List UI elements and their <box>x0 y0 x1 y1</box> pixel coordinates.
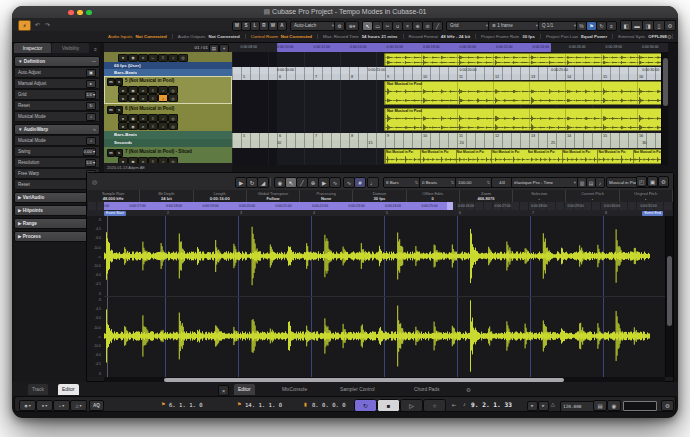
lower-zone-tab-chord-pads[interactable]: Chord Pads <box>410 384 443 395</box>
timesig-field[interactable]: 4/4 <box>491 177 513 188</box>
track-button-lanes[interactable]: ≡ <box>148 86 158 94</box>
track-button-rec-enable[interactable]: ● <box>118 114 128 122</box>
track-button-lanes[interactable]: ≡ <box>148 94 158 102</box>
track-button-monitor[interactable]: ◉ <box>128 114 138 122</box>
value-field[interactable]: 0.00 ▾ <box>83 148 96 156</box>
warp-music-icon[interactable]: ♪ <box>595 177 605 188</box>
transport-stop-button[interactable]: ■ <box>377 399 400 412</box>
letter-button-a[interactable]: A <box>277 21 287 31</box>
lower-zone-tab-mixconsole[interactable]: MixConsole <box>278 384 311 395</box>
transport-text-field[interactable] <box>623 401 657 411</box>
track-button-edit[interactable]: e <box>138 114 148 122</box>
inspector-row-reset[interactable]: Reset↻ <box>14 100 100 111</box>
project-zone-tab-editor[interactable]: Editor <box>58 384 79 395</box>
independent-window-icon[interactable]: ▣ <box>647 176 658 187</box>
track-button-lanes[interactable]: ≡ <box>148 122 158 130</box>
snap-type-select[interactable]: Grid▾ <box>446 21 492 31</box>
inspector-tab-visibility[interactable]: Visibility <box>52 43 89 53</box>
note-icon[interactable]: ♪ <box>86 137 96 145</box>
scrub-tool-icon[interactable]: ∿ <box>329 177 341 188</box>
track-control-target[interactable]: ◎ <box>178 54 188 62</box>
quantize-note-icon[interactable]: ♩ <box>367 177 379 188</box>
track-button-rec-enable[interactable]: ● <box>118 122 128 130</box>
snap-modes-icon[interactable]: + ▾ <box>53 400 70 411</box>
editor-setup-icon[interactable]: ◎ <box>90 177 99 186</box>
input-activity-icon[interactable]: ◉ ▾ <box>19 400 36 411</box>
track-button-rec-enable[interactable]: ● <box>118 94 128 102</box>
vertical-scrollbar[interactable] <box>661 52 668 165</box>
metronome-modes-icon[interactable]: △ ▾ <box>70 400 87 411</box>
pre-roll-icon[interactable]: ▸ <box>527 401 538 411</box>
auto-adjust-icon[interactable]: ▣ <box>86 69 96 77</box>
track-button-note[interactable]: ♪ <box>158 114 168 122</box>
track-control-edit[interactable]: e <box>138 54 148 62</box>
inspector-row-musical-mode[interactable]: Musical Mode♪ <box>14 111 100 122</box>
inspector-section-definition[interactable]: ▼ Definition⋯ <box>14 56 100 67</box>
manual-adjust-icon[interactable]: ▸ <box>86 80 96 88</box>
aq-button[interactable]: AQ <box>89 400 104 411</box>
draw-icon[interactable]: ╱ <box>432 21 443 31</box>
transport-play-button[interactable]: ▷ <box>400 399 423 412</box>
track-button-edit[interactable]: e <box>138 94 148 102</box>
sync-icon[interactable]: ◉ <box>607 400 621 411</box>
right-locator-flag-icon[interactable]: ⚑ <box>237 401 241 407</box>
inspector-row-resolution[interactable]: Resolution1/4 ▾ <box>14 157 100 168</box>
inspector-section-audiowarp[interactable]: ▼ AudioWarp∿ <box>14 124 100 135</box>
track-row[interactable]: ms7 (Not Musical in Pool) - Sliced●◉e≡♪◎ <box>104 147 232 164</box>
tempo-percent-field[interactable]: 100.00⇅ <box>455 177 493 188</box>
automation-gear-icon[interactable]: ⚙ <box>334 21 345 31</box>
inspector-row-swing[interactable]: Swing0.00 ▾ <box>14 146 100 157</box>
scrollbar-thumb[interactable] <box>164 378 564 382</box>
arrange-lane[interactable]: Not Musical in Pool <box>232 80 668 108</box>
editor-vertical-scrollbar[interactable] <box>665 216 673 377</box>
settings-icon[interactable]: ⚙ <box>658 176 669 187</box>
track-row[interactable]: ms5 (Not Musical in Pool)●◉e≡♪◎●◉e≡♪◎ <box>104 76 232 105</box>
track-button-target[interactable]: ◎ <box>168 114 178 122</box>
return-to-zero-icon[interactable]: ⇤ <box>449 400 459 409</box>
track-button-edit[interactable]: e <box>138 86 148 94</box>
track-solo-button[interactable]: s <box>115 106 123 114</box>
editor-ruler[interactable]: 0:00:16:000:00:17:000:00:18:000:00:19:00… <box>87 202 673 210</box>
transport-record-button[interactable]: ○ <box>423 399 446 412</box>
undo-icon[interactable]: ↶ <box>33 20 42 29</box>
track-button-lanes[interactable]: ≡ <box>148 114 158 122</box>
track-button-note[interactable]: ♪ <box>158 86 168 94</box>
audio-event[interactable] <box>384 53 667 66</box>
track-button-edit[interactable]: e <box>138 122 148 130</box>
track-button-monitor[interactable]: ◉ <box>128 122 138 130</box>
volume-icon[interactable]: ◢ <box>257 177 269 188</box>
cubase-hub-icon[interactable]: ⚡ <box>18 20 31 31</box>
waveform-display[interactable]: -3-3-4.5-4.5-6.0-6.0-10.0-10.0-∞-∞-10.0-… <box>87 216 673 377</box>
track-button-rec-enable[interactable]: ● <box>118 86 128 94</box>
track-control-note[interactable]: ♪ <box>168 54 178 62</box>
audio-event[interactable]: Not Musical in Pool <box>384 81 667 105</box>
track-button-monitor[interactable]: ◉ <box>128 86 138 94</box>
settings-icon[interactable]: ⚙ <box>661 400 674 411</box>
track-button-target[interactable]: ◎ <box>168 122 178 130</box>
track-button-monitor[interactable]: ◉ <box>128 94 138 102</box>
lower-zone-tab-editor[interactable]: Editor <box>234 384 255 395</box>
scrollbar-thumb[interactable] <box>667 256 672 326</box>
metronome-icon[interactable]: △ <box>551 401 555 407</box>
track-control-monitor[interactable]: ◉ <box>128 54 138 62</box>
position-display[interactable]: 9. 2. 1. 33 <box>471 401 512 408</box>
locator-display[interactable]: 8. 0. 0. 0 <box>312 402 346 408</box>
inspector-row-musical-mode[interactable]: Musical Mode♪ <box>14 135 100 146</box>
project-zone-tab-track[interactable]: Track <box>28 384 48 395</box>
track-mute-button[interactable]: m <box>107 106 115 114</box>
settings-icon[interactable]: ⚙ <box>464 385 473 394</box>
track-solo-button[interactable]: s <box>115 78 123 86</box>
automation-mode-select[interactable]: Auto-Latch▾ <box>290 21 338 31</box>
track-button-note[interactable]: ♪ <box>158 94 168 102</box>
transport-cycle-button[interactable]: ↻ <box>354 399 377 412</box>
grid-type-select[interactable]: ≣ 1 frame▾ <box>488 21 542 31</box>
value-field[interactable]: 1/4 ▾ <box>85 159 96 167</box>
arrange-lane[interactable]: Not Musical in Pool <box>232 107 668 134</box>
arrange-lane[interactable]: Not Musical in Po:Not Musical in Po:Not … <box>232 148 668 166</box>
snap-icon[interactable]: # <box>354 177 366 188</box>
locator-display[interactable]: 14. 1. 1. 0 <box>245 402 282 408</box>
locator-display[interactable]: 6. 1. 1. 0 <box>169 402 203 408</box>
beats-field[interactable]: 0 Beats⇅ <box>419 177 457 188</box>
list-icon[interactable]: ≡ <box>92 45 99 52</box>
track-row[interactable]: ms6 (Not Musical in Pool)●◉e≡♪◎●◉e≡♪◎ <box>104 104 232 132</box>
